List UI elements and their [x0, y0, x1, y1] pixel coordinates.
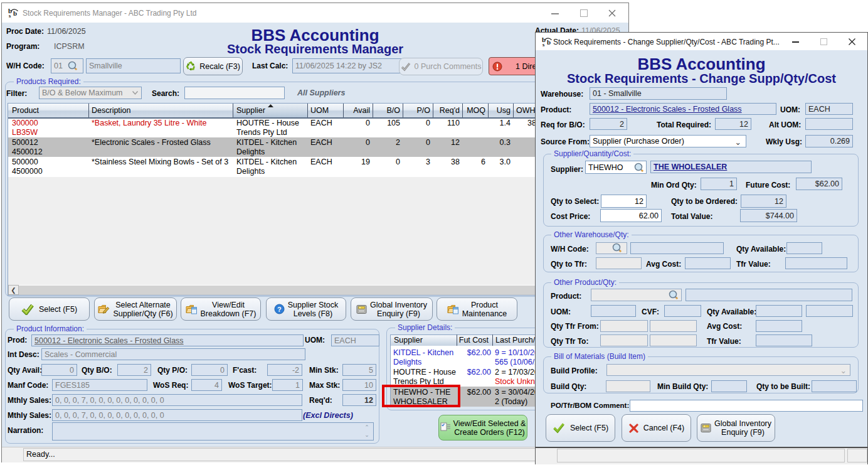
svg-text:b: b [547, 38, 551, 46]
svg-text:b: b [13, 9, 17, 17]
svg-text:?: ? [277, 306, 282, 313]
